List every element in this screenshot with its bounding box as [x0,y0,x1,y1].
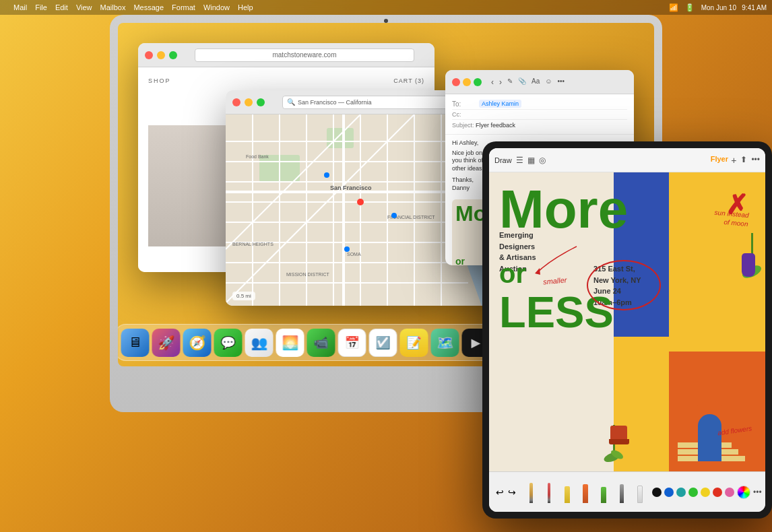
color-green[interactable] [688,488,698,497]
date-time: Mon Jun 10 9:41 AM [701,4,767,11]
menu-mailbox[interactable]: Mailbox [100,3,126,11]
dock-reminders[interactable]: ☑️ [369,329,397,357]
dock-finder[interactable]: 🖥 [121,329,150,357]
flyer-address-circle [587,260,661,310]
svg-rect-2 [327,128,354,148]
menu-window[interactable]: Window [203,3,230,11]
eraser-tool[interactable] [632,481,648,503]
mail-titlebar: ‹ › ✎ 📎 Aa ☺ ••• [445,70,634,94]
ipad-toolbar: Draw ☰ ▦ ◎ Flyer + ⬆ ••• [489,148,765,172]
mail-attachment-icon[interactable]: 📎 [518,77,526,87]
color-red[interactable] [713,488,722,497]
svg-text:Food Bank: Food Bank [246,154,269,159]
menu-message[interactable]: Message [133,3,164,11]
more-colors-icon[interactable]: ••• [753,488,762,497]
mail-subject-value[interactable]: Flyer feedback [476,122,515,129]
dock-launchpad[interactable]: 🚀 [152,329,181,357]
brush-tool[interactable] [614,481,630,503]
pen-tool[interactable] [541,481,557,503]
url-bar[interactable]: matchstoneware.com [195,48,414,62]
flyer-pot-plant [610,426,629,444]
ipad-app-name: Draw [494,156,512,164]
dock-safari[interactable]: 🧭 [183,329,212,357]
mail-compose-icon[interactable]: ✎ [507,77,513,87]
svg-point-29 [357,199,364,205]
maps-close-button[interactable] [232,98,240,106]
mail-subject-label: Subject: [452,122,476,129]
color-blue[interactable] [664,488,674,497]
menu-mail[interactable]: Mail [13,3,27,11]
flyer-annotation-smaller: smaller [543,275,567,286]
maximize-button[interactable] [169,51,177,59]
flyer-vase [742,253,755,277]
map-scale: 0.5 mi [232,292,255,300]
mail-toolbar: ‹ › ✎ 📎 Aa ☺ ••• [491,77,565,87]
dock-facetime[interactable]: 📹 [307,329,335,357]
redo-button[interactable]: ↪ [508,483,516,502]
menu-view[interactable]: View [76,3,92,11]
mail-subject-row: Subject: Flyer feedback [452,120,627,130]
cart-button[interactable]: CART (3) [393,77,424,84]
menu-format[interactable]: Format [172,3,195,11]
color-yellow[interactable] [701,488,710,497]
color-black[interactable] [652,488,662,497]
mail-more-icon[interactable]: ••• [557,77,565,87]
marker-tool-green[interactable] [596,481,612,503]
mail-to-value[interactable]: Ashley Kamin [479,100,521,108]
dock-notes[interactable]: 📝 [400,329,428,357]
mail-forward-icon[interactable]: › [499,77,502,87]
svg-text:MISSION DISTRICT: MISSION DISTRICT [286,272,330,277]
maps-maximize-button[interactable] [257,98,265,106]
marker-tool-yellow[interactable] [559,481,575,503]
mail-close-button[interactable] [452,78,460,86]
minimize-button[interactable] [157,51,165,59]
mail-maximize-button[interactable] [474,78,482,86]
dock-maps[interactable]: 🗺️ [431,329,459,357]
menu-file[interactable]: File [35,3,47,11]
ipad-doc-title: Flyer [711,155,728,163]
ipad-more-options-icon[interactable]: ••• [751,155,760,166]
svg-point-31 [391,213,397,218]
ipad-toolbar-grid-icon[interactable]: ▦ [527,156,535,165]
mail-back-icon[interactable]: ‹ [491,77,494,87]
drawing-tools [523,481,648,503]
ipad-add-icon[interactable]: + [731,155,736,166]
flyer-or-text: or [455,256,465,265]
color-pink[interactable] [725,488,734,497]
color-teal[interactable] [676,488,686,497]
mail-format-icon[interactable]: Aa [532,77,540,87]
flyer-annotation-sun: sun insteadof moon [713,208,749,228]
battery-icon: 🔋 [685,3,695,12]
ipad-share-icon[interactable]: ⬆ [740,155,747,166]
search-icon: 🔍 [287,98,295,106]
ipad-toolbar-list-icon[interactable]: ☰ [516,156,523,165]
maps-minimize-button[interactable] [245,98,253,106]
close-button[interactable] [145,51,153,59]
flyer-large: More Emerging Designers & Artisans Aucti… [489,172,765,471]
dock-messages[interactable]: 💬 [214,329,243,357]
ipad-device: Draw ☰ ▦ ◎ Flyer + ⬆ ••• [482,141,772,519]
marker-tool-orange[interactable] [577,481,593,503]
svg-point-32 [344,246,350,252]
menu-bar: Mail File Edit View Mailbox Message Form… [0,0,772,15]
color-picker-button[interactable] [737,486,750,499]
ipad-toolbar-settings-icon[interactable]: ◎ [539,156,546,165]
dock-contacts[interactable]: 👥 [245,329,274,357]
svg-text:San Francisco: San Francisco [330,185,372,191]
shop-nav[interactable]: SHOP [148,77,171,84]
mail-minimize-button[interactable] [463,78,471,86]
menu-help[interactable]: Help [238,3,253,11]
mail-emoji-icon[interactable]: ☺ [545,77,552,87]
mail-cc-row: Cc: [452,110,627,120]
dock-photos[interactable]: 🌅 [276,329,304,357]
color-picker: ••• [652,486,762,499]
flyer-door [698,414,721,461]
svg-point-30 [324,172,329,178]
menu-bar-right: 📶 🔋 Mon Jun 10 9:41 AM [669,3,767,12]
wifi-icon: 📶 [669,3,678,12]
menu-edit[interactable]: Edit [55,3,68,11]
ipad-right-toolbar: + ⬆ ••• [731,155,760,166]
pencil-tool[interactable] [523,481,539,503]
undo-button[interactable]: ↩ [496,483,504,502]
dock-calendar[interactable]: 📅 [338,329,366,357]
